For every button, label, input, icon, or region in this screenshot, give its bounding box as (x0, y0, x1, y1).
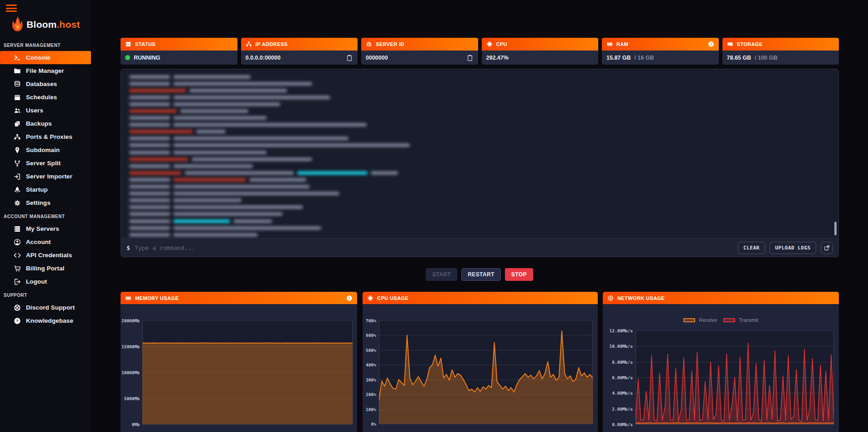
sidebar-item-subdomain[interactable]: Subdomain (0, 143, 91, 157)
status-dot-green (125, 55, 130, 60)
sidebar-item-label: API Credentials (26, 252, 72, 259)
chart-legend: ReceiveTransmit (603, 317, 839, 323)
sidebar-item-console[interactable]: Console (0, 51, 91, 64)
servers-icon (14, 225, 21, 233)
database-icon (14, 81, 21, 88)
sidebar-item-billing-portal[interactable]: Billing Portal (0, 262, 91, 275)
clear-button[interactable]: CLEAR (738, 242, 765, 254)
sidebar-item-knowledgebase[interactable]: ?Knowledgebase (0, 314, 91, 327)
svg-text:?: ? (710, 42, 712, 46)
y-tick-label: 10000Mb (121, 370, 140, 375)
log-line (129, 142, 410, 149)
y-tick-label: 8.00Mb/s (612, 359, 633, 364)
power-buttons-row: START RESTART STOP (91, 268, 868, 281)
y-tick-label: 100% (366, 407, 376, 412)
brand-logo[interactable]: Bloom.host (0, 15, 91, 35)
sidebar-item-label: Databases (26, 81, 57, 87)
copy-icon[interactable] (346, 54, 353, 61)
log-line (129, 224, 410, 231)
card-value: 78.65 GB (727, 55, 752, 61)
sidebar-item-schedules[interactable]: Schedules (0, 91, 91, 104)
brand-name: Bloom.host (26, 19, 80, 30)
sidebar-item-server-importer[interactable]: Server Importer (0, 170, 91, 183)
memory-usage-panel: MEMORY USAGE?20000Mb15000Mb10000Mb5000Mb… (121, 292, 357, 432)
card-title: RAM (616, 41, 628, 47)
user-circle-icon (14, 239, 21, 246)
legend-label: Receive (699, 317, 717, 323)
card-server-id: SERVER ID0000000 (361, 38, 478, 65)
chart-area: 20000Mb15000Mb10000Mb5000Mb0Mb (121, 304, 357, 432)
sidebar-item-settings[interactable]: Settings (0, 196, 91, 209)
restart-button[interactable]: RESTART (461, 268, 501, 281)
sidebar-item-backups[interactable]: Backups (0, 117, 91, 130)
sidebar-item-server-split[interactable]: Server Split (0, 157, 91, 170)
card-body: 78.65 GB / 100 GB (722, 51, 839, 65)
sidebar-item-logout[interactable]: Logout (0, 275, 91, 288)
card-value-suffix: / 100 GB (755, 55, 777, 61)
log-line (129, 204, 410, 211)
sidebar-item-label: Ports & Proxies (26, 133, 72, 140)
log-line (129, 211, 410, 218)
y-tick-label: 300% (366, 377, 376, 382)
console-log-area[interactable] (121, 69, 838, 239)
sidebar-item-api-credentials[interactable]: API Credentials (0, 249, 91, 262)
chip-icon (367, 295, 373, 301)
sidebar-item-my-servers[interactable]: My Servers (0, 222, 91, 235)
help-icon[interactable]: ? (346, 295, 353, 301)
sidebar-item-users[interactable]: Users (0, 104, 91, 117)
globe-icon (607, 295, 614, 301)
svg-text:?: ? (348, 296, 351, 300)
sidebar-item-databases[interactable]: Databases (0, 77, 91, 91)
chart-area: ReceiveTransmit12.00Mb/s10.00Mb/s8.00Mb/… (603, 304, 839, 432)
logout-icon (14, 278, 21, 285)
y-tick-label: 2.00Mb/s (612, 406, 633, 411)
start-button[interactable]: START (426, 268, 457, 281)
stop-button[interactable]: STOP (505, 268, 533, 281)
log-line (129, 218, 410, 224)
question-circle-icon: ? (14, 317, 21, 325)
expand-console-icon[interactable] (821, 242, 833, 254)
help-icon[interactable]: ? (708, 41, 714, 47)
sidebar-item-discord-support[interactable]: Discord Support (0, 301, 91, 314)
command-input[interactable] (135, 244, 733, 251)
card-storage: STORAGE78.65 GB / 100 GB (722, 38, 839, 65)
copy-icon[interactable] (466, 54, 474, 61)
chip-icon (486, 41, 493, 47)
sidebar-item-label: Startup (26, 186, 48, 193)
panel-title: NETWORK USAGE (617, 295, 665, 301)
hamburger-menu-icon[interactable] (6, 5, 17, 13)
log-line (129, 197, 410, 204)
y-tick-label: 10.00Mb/s (610, 344, 633, 349)
card-body: 15.87 GB / 16 GB (602, 51, 719, 65)
sidebar-item-file-manager[interactable]: File Manager (0, 64, 91, 77)
log-line (129, 115, 410, 122)
chart-svg-memory-usage (142, 320, 353, 424)
card-value: 292.47% (486, 55, 509, 61)
rocket-icon (14, 186, 21, 193)
y-tick-label: 15000Mb (121, 344, 140, 349)
upload-logs-button[interactable]: UPLOAD LOGS (770, 242, 816, 254)
y-tick-label: 700% (366, 318, 376, 323)
sidebar-nav: SERVER MANAGEMENTConsoleFile ManagerData… (0, 38, 91, 327)
card-header: STORAGE (722, 38, 839, 51)
log-line (129, 135, 410, 142)
y-tick-label: 0% (371, 422, 376, 427)
log-line (129, 163, 410, 169)
legend-swatch (723, 318, 735, 322)
console-scrollbar-thumb[interactable] (834, 222, 837, 235)
sidebar-item-startup[interactable]: Startup (0, 183, 91, 196)
cart-icon (14, 265, 21, 272)
storage-icon (727, 41, 733, 47)
card-header: SERVER ID (361, 38, 478, 51)
legend-label: Transmit (739, 317, 758, 323)
legend-item-transmit: Transmit (723, 317, 758, 323)
chart-svg-network-usage (636, 330, 834, 424)
panel-header: CPU USAGE (363, 292, 598, 304)
calendar-icon (14, 94, 21, 101)
sidebar-item-account[interactable]: Account (0, 235, 91, 249)
log-line (129, 156, 410, 163)
sidebar-item-ports-proxies[interactable]: Ports & Proxies (0, 130, 91, 143)
card-header: RAM? (602, 38, 719, 51)
card-status: STATUSRUNNING (121, 38, 237, 65)
card-title: IP ADDRESS (256, 41, 288, 47)
